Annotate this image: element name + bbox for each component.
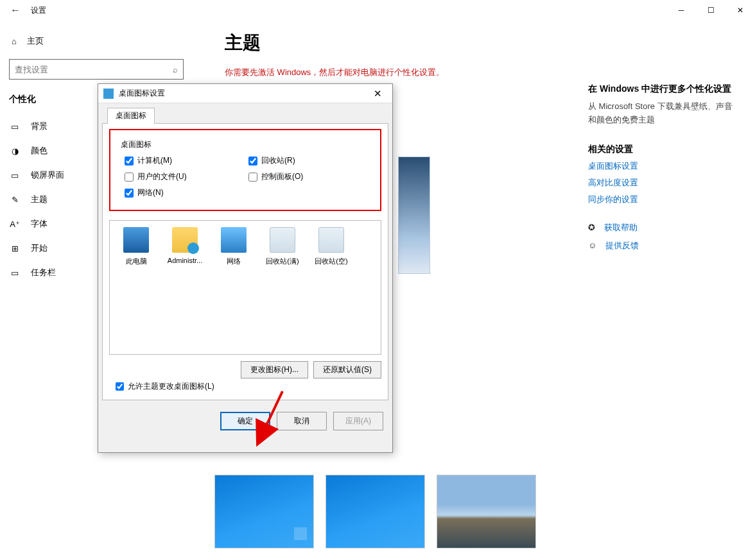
ok-button[interactable]: 确定 (220, 412, 270, 430)
font-icon: A⁺ (9, 219, 21, 229)
activation-warning: 你需要先激活 Windows，然后才能对电脑进行个性化设置。 (225, 67, 742, 78)
link-high-contrast[interactable]: 高对比度设置 (588, 177, 736, 189)
allow-themes-checkbox[interactable] (116, 382, 124, 391)
checkbox-network[interactable]: 网络(N) (125, 187, 242, 198)
desktop-icon-settings-dialog: 桌面图标设置 ✕ 桌面图标 桌面图标 计算机(M) 回收站(R) 用户的文件(U… (98, 83, 393, 453)
theme-thumbnail-2[interactable] (325, 475, 425, 548)
icon-item-administrator[interactable]: Administr... (164, 227, 206, 264)
link-desktop-icon-settings[interactable]: 桌面图标设置 (588, 160, 736, 172)
right-heading-related: 相关的设置 (588, 144, 736, 155)
feedback-link[interactable]: ☺ 提供反馈 (588, 240, 736, 251)
theme-icon: ✎ (9, 195, 21, 205)
search-input[interactable] (15, 65, 173, 74)
lock-icon: ▭ (9, 171, 21, 180)
maximize-button[interactable]: ☐ (696, 0, 725, 21)
help-icon: ✪ (588, 223, 595, 232)
network-icon (221, 227, 247, 253)
current-theme-preview (398, 157, 430, 274)
link-sync-settings[interactable]: 同步你的设置 (588, 194, 736, 205)
close-window-button[interactable]: ✕ (725, 0, 755, 21)
back-button[interactable]: ← (0, 4, 31, 16)
checkbox-user-files[interactable]: 用户的文件(U) (125, 171, 242, 182)
allow-themes-label: 允许主题更改桌面图标(L) (128, 381, 214, 392)
start-icon: ⊞ (9, 244, 21, 253)
recycle-empty-icon (318, 227, 344, 253)
theme-thumbnail-3[interactable] (437, 475, 536, 548)
taskbar-icon: ▭ (9, 268, 21, 278)
dialog-close-button[interactable]: ✕ (369, 88, 387, 99)
recycle-full-icon (270, 227, 295, 253)
sidebar-home[interactable]: ⌂ 主页 (0, 28, 193, 54)
checkbox-recycle-bin[interactable]: 回收站(R) (248, 155, 366, 166)
change-icon-button[interactable]: 更改图标(H)... (241, 361, 308, 378)
tab-desktop-icons[interactable]: 桌面图标 (107, 108, 155, 124)
group-legend-label: 桌面图标 (118, 137, 372, 150)
palette-icon: ◑ (9, 146, 21, 156)
minimize-button[interactable]: ─ (666, 0, 696, 21)
desktop-icons-group: 桌面图标 计算机(M) 回收站(R) 用户的文件(U) 控制面板(O) 网络(N… (110, 130, 380, 210)
restore-default-button[interactable]: 还原默认值(S) (313, 361, 381, 378)
dialog-icon (103, 89, 114, 99)
search-icon: ⌕ (173, 65, 178, 74)
user-folder-icon (172, 227, 198, 253)
page-title: 主题 (225, 31, 742, 55)
pc-icon (123, 227, 149, 253)
sidebar-home-label: 主页 (27, 35, 44, 47)
checkbox-computer[interactable]: 计算机(M) (125, 155, 242, 166)
icon-item-network[interactable]: 网络 (213, 227, 255, 266)
icon-preview-list[interactable]: 此电脑 Administr... 网络 回收站(满) 回收站(空) (109, 220, 381, 355)
search-box[interactable]: ⌕ (9, 59, 184, 80)
cancel-button[interactable]: 取消 (277, 412, 327, 430)
icon-item-this-pc[interactable]: 此电脑 (115, 227, 157, 266)
right-sub-text: 从 Microsoft Store 下载兼具壁纸、声音和颜色的免费主题 (588, 100, 736, 127)
feedback-icon: ☺ (588, 241, 596, 250)
right-heading-more: 在 Windows 中进行更多个性化设置 (588, 83, 736, 95)
help-link[interactable]: ✪ 获取帮助 (588, 222, 736, 233)
annotation-highlight: 桌面图标 计算机(M) 回收站(R) 用户的文件(U) 控制面板(O) 网络(N… (109, 129, 381, 211)
apply-button[interactable]: 应用(A) (333, 412, 383, 430)
window-title: 设置 (31, 5, 46, 16)
image-icon: ▭ (9, 122, 21, 132)
icon-item-recycle-empty[interactable]: 回收站(空) (310, 227, 352, 266)
icon-item-recycle-full[interactable]: 回收站(满) (261, 227, 304, 266)
home-icon: ⌂ (9, 37, 19, 46)
checkbox-control-panel[interactable]: 控制面板(O) (248, 171, 366, 182)
theme-thumbnail-1[interactable] (214, 475, 314, 548)
dialog-title: 桌面图标设置 (119, 88, 165, 99)
